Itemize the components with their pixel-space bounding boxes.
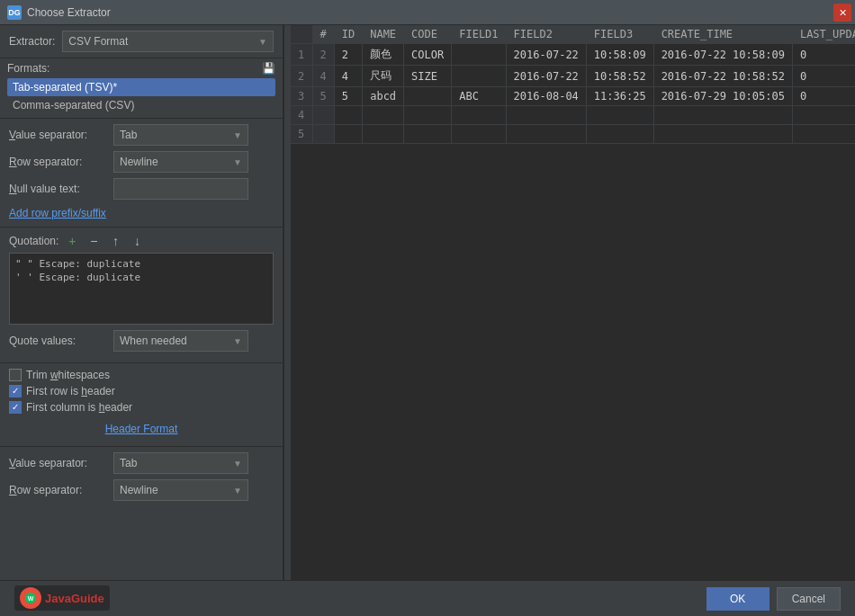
- first-column-header-row: First column is header: [9, 401, 274, 414]
- quotation-section: Quotation: + − ↑ ↓ " " Escape: duplicate…: [0, 228, 283, 363]
- svg-text:W: W: [28, 595, 34, 602]
- null-value-row: Null value text:: [9, 178, 274, 200]
- add-row-prefix-suffix-link[interactable]: Add row prefix/suffix: [9, 205, 274, 221]
- java-guide-text: JavaGuide: [45, 592, 104, 605]
- quote-values-select[interactable]: When needed ▼: [113, 330, 248, 352]
- cell-field1: [452, 44, 506, 66]
- value-separator-select[interactable]: Tab ▼: [113, 124, 248, 146]
- trim-whitespaces-label: Trim whitespaces: [26, 369, 110, 381]
- row-separator-select[interactable]: Newline ▼: [113, 151, 248, 173]
- cell-code: [404, 87, 452, 106]
- cell-create-time: [653, 125, 792, 144]
- dialog-title: Choose Extractor: [27, 6, 111, 19]
- cell-field2: [506, 125, 586, 144]
- cell-create-time: 2016-07-22 10:58:52: [653, 66, 792, 87]
- left-panel-scrollbar[interactable]: [284, 25, 291, 580]
- format-item-csv[interactable]: Comma-separated (CSV): [7, 96, 275, 114]
- cell-last-update: 0: [792, 66, 855, 87]
- bottom-row-separator-select[interactable]: Newline ▼: [113, 479, 248, 501]
- bottom-row-separator-chevron-icon: ▼: [233, 486, 242, 495]
- cell-field2: 2016-07-22: [506, 44, 586, 66]
- cell-id: 2: [334, 44, 362, 66]
- trim-whitespaces-row: Trim whitespaces: [9, 369, 274, 381]
- col-header-field1: FIELD1: [452, 25, 506, 44]
- cell-name: [363, 125, 404, 144]
- java-guide-badge: W JavaGuide: [14, 585, 110, 611]
- quote-values-row: Quote values: When needed ▼: [9, 330, 274, 352]
- header-format-link[interactable]: Header Format: [105, 421, 178, 437]
- cell-id: [334, 125, 362, 144]
- cell-name: 颜色: [363, 44, 404, 66]
- cell-code: [404, 125, 452, 144]
- cell-linenum: 5: [291, 125, 312, 144]
- first-row-header-checkbox[interactable]: [9, 385, 22, 397]
- first-column-header-checkbox[interactable]: [9, 401, 22, 414]
- save-formats-icon[interactable]: 💾: [262, 62, 275, 75]
- quotation-up-button[interactable]: ↑: [107, 233, 123, 249]
- cancel-button[interactable]: Cancel: [777, 587, 841, 611]
- cell-field3: [586, 106, 653, 125]
- bottom-value-separator-row: Value separator: Tab ▼: [9, 452, 274, 474]
- extractor-select[interactable]: CSV Format ▼: [62, 31, 274, 52]
- null-value-input[interactable]: [113, 178, 248, 200]
- title-bar: DG Choose Extractor ✕: [0, 0, 855, 25]
- value-separator-chevron-icon: ▼: [233, 130, 242, 140]
- cell-rownum: 2: [312, 44, 334, 66]
- quotation-add-button[interactable]: +: [64, 233, 80, 249]
- formats-section: Formats: 💾 Tab-separated (TSV)* Comma-se…: [0, 58, 283, 119]
- cell-rownum: 5: [312, 87, 334, 106]
- cell-name: 尺码: [363, 66, 404, 87]
- bottom-value-separator-chevron-icon: ▼: [233, 459, 242, 469]
- cell-field3: 10:58:09: [586, 44, 653, 66]
- quotation-down-button[interactable]: ↓: [129, 233, 145, 249]
- close-button[interactable]: ✕: [833, 4, 851, 22]
- cell-last-update: [792, 125, 855, 144]
- cell-rownum: [312, 125, 334, 144]
- checkboxes-section: Trim whitespaces First row is header Fir…: [0, 363, 283, 447]
- cell-id: [334, 106, 362, 125]
- value-separator-row: Value separator: Tab ▼: [9, 124, 274, 146]
- cell-create-time: 2016-07-29 10:05:05: [653, 87, 792, 106]
- cell-last-update: 0: [792, 44, 855, 66]
- table-row: 122颜色COLOR 2016-07-2210:58:092016-07-22 …: [291, 44, 855, 66]
- bottom-row-separator-label: Row separator:: [9, 484, 108, 496]
- col-header-field3: FIELD3: [586, 25, 653, 44]
- trim-whitespaces-checkbox[interactable]: [9, 369, 22, 381]
- col-header-code: CODE: [404, 25, 452, 44]
- cell-code: COLOR: [404, 44, 452, 66]
- bottom-value-separator-select[interactable]: Tab ▼: [113, 452, 248, 474]
- bottom-value-separator-value: Tab: [120, 457, 137, 469]
- quotation-header: Quotation: + − ↑ ↓: [9, 233, 274, 249]
- format-item-tsv[interactable]: Tab-separated (TSV)*: [7, 78, 275, 96]
- table-row: 5: [291, 125, 855, 144]
- right-panel[interactable]: # ID NAME CODE FIELD1 FIELD2 FIELD3 CREA…: [291, 25, 855, 580]
- quotation-remove-button[interactable]: −: [86, 233, 102, 249]
- quotation-item-single[interactable]: ' ' Escape: duplicate: [14, 271, 269, 284]
- extractor-row: Extractor: CSV Format ▼: [0, 25, 283, 58]
- cell-field3: [586, 125, 653, 144]
- cell-linenum: 4: [291, 106, 312, 125]
- format-list: Tab-separated (TSV)* Comma-separated (CS…: [7, 78, 275, 114]
- cell-field2: 2016-07-22: [506, 66, 586, 87]
- content-area: Extractor: CSV Format ▼ Formats: 💾 Tab-s…: [0, 25, 855, 580]
- cell-code: [404, 106, 452, 125]
- left-panel: Extractor: CSV Format ▼ Formats: 💾 Tab-s…: [0, 25, 284, 580]
- first-column-header-label: First column is header: [26, 401, 132, 414]
- row-separator-label: Row separator:: [9, 156, 108, 168]
- cell-field1: ABC: [452, 87, 506, 106]
- wechat-icon: W: [24, 592, 37, 604]
- bottom-value-separator-label: Value separator:: [9, 457, 108, 469]
- quotation-list: " " Escape: duplicate ' ' Escape: duplic…: [9, 253, 274, 325]
- quote-values-value: When needed: [120, 335, 187, 347]
- cell-field2: [506, 106, 586, 125]
- quotation-item-double[interactable]: " " Escape: duplicate: [14, 257, 269, 271]
- cell-field2: 2016-08-04: [506, 87, 586, 106]
- first-row-header-row: First row is header: [9, 385, 274, 397]
- col-header-create-time: CREATE_TIME: [653, 25, 792, 44]
- ok-button[interactable]: OK: [706, 587, 770, 611]
- java-guide-icon: W: [20, 587, 41, 609]
- col-header-linenum: [291, 25, 312, 44]
- cell-rownum: 4: [312, 66, 334, 87]
- cell-last-update: 0: [792, 87, 855, 106]
- trim-whitespaces-checkbox-wrap: Trim whitespaces: [9, 369, 110, 381]
